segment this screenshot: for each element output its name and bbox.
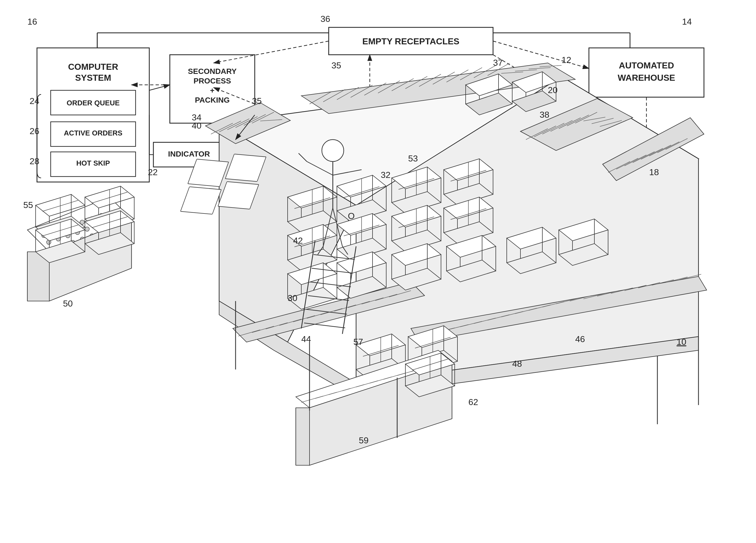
svg-marker-314 [85, 211, 134, 233]
svg-rect-15 [170, 55, 255, 123]
svg-line-147 [344, 187, 379, 198]
svg-line-80 [625, 155, 646, 166]
svg-line-29 [493, 41, 589, 68]
svg-line-343 [342, 384, 364, 391]
svg-line-49 [433, 72, 455, 84]
svg-marker-260 [27, 197, 131, 252]
svg-text:AUTOMATED: AUTOMATED [619, 61, 674, 70]
svg-point-276 [51, 247, 56, 251]
svg-rect-6 [37, 48, 149, 182]
svg-text:37: 37 [493, 58, 503, 68]
svg-marker-180 [392, 205, 441, 227]
svg-line-340 [301, 396, 323, 402]
svg-marker-219 [446, 260, 496, 282]
svg-point-283 [119, 224, 123, 228]
svg-line-325 [333, 170, 362, 175]
svg-marker-145 [337, 200, 386, 222]
svg-point-277 [61, 244, 65, 248]
svg-line-324 [307, 162, 333, 175]
svg-text:59: 59 [359, 435, 369, 445]
svg-line-78 [608, 162, 630, 173]
svg-marker-39 [301, 63, 575, 114]
svg-marker-188 [444, 197, 493, 219]
svg-line-50 [446, 70, 468, 82]
svg-rect-13 [51, 152, 136, 177]
svg-line-344 [356, 381, 378, 387]
svg-text:50: 50 [63, 298, 73, 308]
svg-line-43 [351, 85, 373, 97]
svg-line-71 [559, 118, 581, 129]
svg-text:16: 16 [27, 17, 37, 27]
svg-line-239 [363, 345, 399, 356]
svg-line-116 [348, 301, 370, 307]
svg-line-55 [515, 70, 537, 71]
svg-rect-24 [589, 48, 704, 97]
svg-line-67 [526, 129, 548, 140]
svg-marker-353 [296, 408, 310, 465]
svg-point-322 [322, 140, 344, 162]
svg-line-60 [219, 121, 241, 132]
svg-rect-11 [51, 122, 136, 147]
svg-marker-164 [288, 225, 337, 246]
svg-line-400 [149, 85, 170, 90]
svg-marker-153 [392, 192, 441, 214]
svg-marker-208 [392, 244, 441, 266]
svg-line-126 [389, 394, 408, 400]
svg-line-102 [625, 285, 646, 291]
svg-line-65 [260, 120, 282, 121]
svg-marker-237 [356, 358, 405, 380]
svg-line-342 [329, 388, 351, 395]
svg-marker-289 [49, 219, 131, 301]
svg-line-84 [657, 142, 679, 153]
svg-marker-303 [85, 208, 134, 230]
svg-line-44 [364, 83, 386, 95]
svg-point-275 [114, 217, 118, 222]
svg-line-155 [399, 179, 434, 190]
svg-line-171 [294, 236, 330, 247]
svg-line-119 [389, 291, 411, 297]
svg-text:+: + [210, 86, 214, 95]
svg-marker-225 [507, 252, 556, 274]
svg-rect-22 [329, 27, 493, 55]
svg-text:53: 53 [408, 154, 418, 163]
svg-marker-253 [466, 93, 512, 115]
svg-line-109 [252, 326, 274, 332]
svg-line-402 [236, 115, 255, 140]
svg-point-281 [99, 231, 104, 235]
svg-line-362 [412, 359, 448, 370]
svg-marker-298 [85, 186, 134, 208]
svg-text:30: 30 [288, 293, 297, 303]
svg-marker-248 [466, 74, 512, 96]
svg-line-328 [333, 208, 342, 246]
diagram-container: COMPUTER SYSTEM ORDER QUEUE ACTIVE ORDER… [0, 0, 756, 543]
svg-line-334 [312, 268, 353, 273]
svg-line-346 [383, 373, 405, 379]
svg-line-313 [42, 225, 78, 236]
svg-line-74 [583, 117, 605, 121]
svg-text:35: 35 [252, 96, 262, 106]
svg-line-345 [370, 377, 392, 383]
svg-line-89 [446, 324, 468, 330]
svg-line-45 [378, 81, 400, 93]
svg-line-47 [405, 76, 427, 89]
svg-marker-185 [392, 230, 441, 252]
svg-line-33 [493, 55, 548, 88]
svg-point-265 [80, 220, 84, 225]
svg-line-68 [534, 126, 556, 137]
svg-line-348 [411, 365, 433, 372]
svg-rect-20 [153, 142, 225, 167]
svg-line-56 [529, 68, 551, 69]
svg-marker-38 [219, 301, 698, 397]
svg-text:32: 32 [381, 170, 391, 180]
svg-marker-240 [408, 326, 457, 347]
svg-point-279 [80, 237, 85, 242]
svg-text:WAREHOUSE: WAREHOUSE [618, 73, 675, 83]
svg-marker-132 [288, 186, 337, 208]
svg-rect-128 [188, 159, 229, 186]
svg-line-113 [307, 312, 329, 318]
svg-line-105 [666, 277, 688, 282]
svg-rect-131 [218, 182, 259, 209]
svg-marker-220 [507, 227, 556, 249]
svg-line-330 [342, 246, 348, 255]
svg-marker-156 [444, 159, 493, 181]
